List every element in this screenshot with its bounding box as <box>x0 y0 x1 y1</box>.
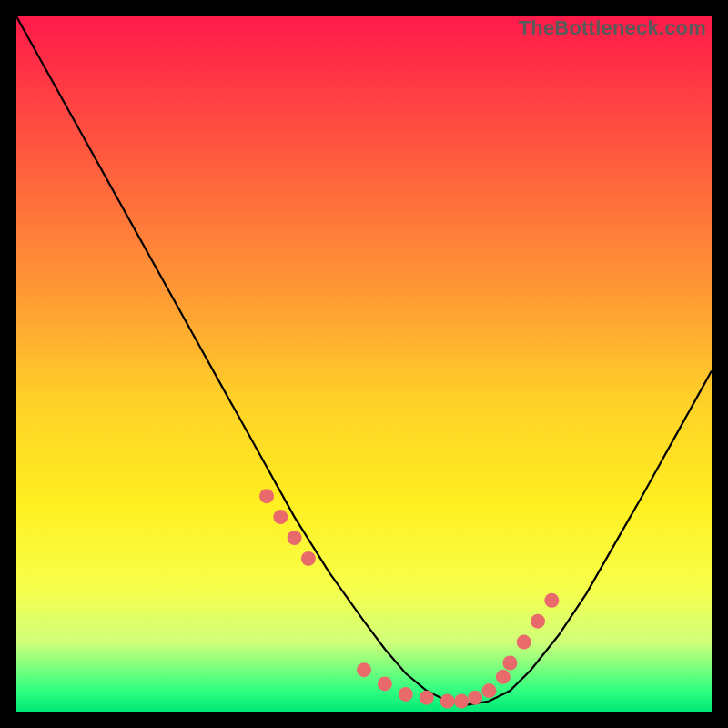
marker-dot <box>420 691 434 705</box>
watermark-label: TheBottleneck.com <box>519 16 706 40</box>
marker-dot <box>502 656 517 671</box>
marker-dot <box>357 662 371 677</box>
marker-dot <box>496 670 511 684</box>
marker-dot <box>259 489 274 503</box>
marker-dot <box>273 510 288 524</box>
curve-svg <box>16 16 712 712</box>
marker-dot <box>468 691 482 705</box>
marker-dot <box>517 635 531 650</box>
marker-dot <box>531 614 545 629</box>
marker-dot <box>454 694 469 709</box>
marker-dot <box>399 687 413 702</box>
bottleneck-curve <box>16 16 712 704</box>
chart-area: TheBottleneck.com <box>16 16 712 712</box>
marker-dot <box>288 531 302 545</box>
marker-dot <box>378 676 392 691</box>
marker-dot <box>482 683 497 698</box>
marker-dot <box>440 694 455 709</box>
marker-dot <box>301 551 316 566</box>
marker-dot <box>544 593 559 608</box>
